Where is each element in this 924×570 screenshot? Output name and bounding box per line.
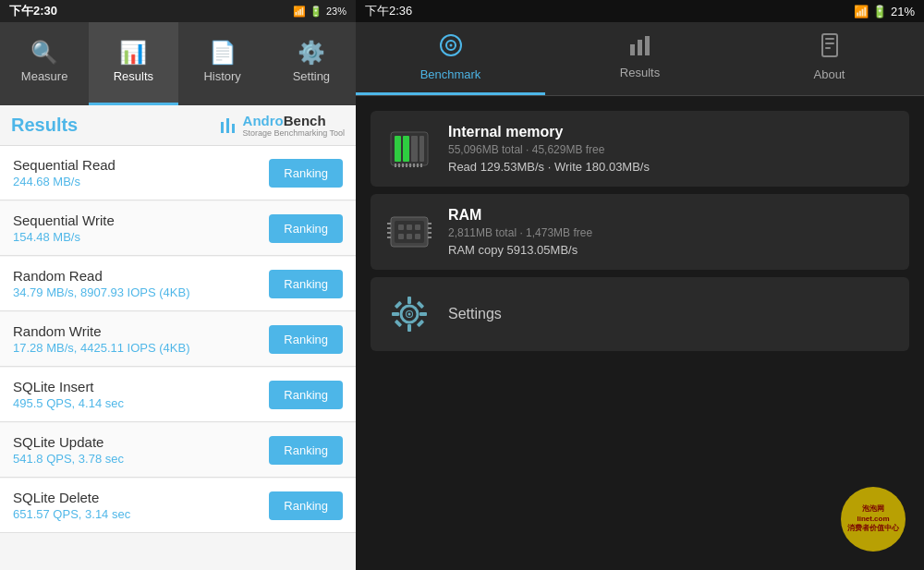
- svg-rect-14: [419, 136, 424, 162]
- svg-rect-36: [428, 227, 432, 229]
- tab-results-label-right: Results: [620, 66, 660, 79]
- wifi-icon-right: 📶: [854, 5, 869, 18]
- tab-measure-label: Measure: [21, 69, 68, 83]
- tab-benchmark-right[interactable]: Benchmark: [356, 22, 545, 95]
- benchmark-info-2: Random Read 34.79 MB/s, 8907.93 IOPS (4K…: [13, 268, 190, 299]
- tab-measure[interactable]: 🔍 Measure: [0, 22, 89, 105]
- svg-rect-34: [387, 236, 391, 238]
- svg-rect-44: [419, 312, 427, 316]
- internal-memory-details: Internal memory 55,096MB total · 45,629M…: [448, 124, 650, 174]
- left-panel: 下午2:30 📶 🔋 23% 🔍 Measure 📊 Results 📄 His…: [0, 0, 356, 570]
- tab-results-left[interactable]: 📊 Results: [89, 22, 177, 105]
- tab-about-right[interactable]: About: [735, 22, 924, 95]
- settings-label: Settings: [448, 306, 502, 322]
- time-right: 下午2:36: [365, 3, 412, 19]
- ranking-btn-1[interactable]: Ranking: [269, 214, 343, 243]
- svg-rect-26: [407, 224, 412, 230]
- tab-setting[interactable]: ⚙️ Setting: [267, 22, 356, 105]
- svg-point-50: [408, 313, 411, 316]
- ram-details: RAM 2,811MB total · 1,473MB free RAM cop…: [448, 207, 592, 257]
- svg-rect-47: [395, 320, 402, 327]
- svg-rect-46: [417, 301, 424, 309]
- svg-rect-4: [638, 40, 642, 55]
- tab-about-label: About: [814, 67, 845, 81]
- watermark: 泡泡网 linet.com 消费者价值中心: [841, 487, 906, 552]
- ranking-btn-3[interactable]: Ranking: [269, 325, 343, 354]
- tab-results-label-left: Results: [114, 69, 153, 83]
- measure-icon: 🔍: [30, 42, 58, 64]
- internal-memory-storage: 55,096MB total · 45,629MB free: [448, 143, 650, 156]
- battery-icon-right: 🔋: [872, 5, 887, 18]
- svg-rect-41: [407, 297, 411, 304]
- benchmark-info-1: Sequential Write 154.48 MB/s: [13, 212, 115, 244]
- svg-rect-24: [395, 221, 424, 243]
- svg-rect-6: [822, 34, 837, 56]
- benchmark-value-0: 244.68 MB/s: [13, 175, 116, 188]
- right-panel: 下午2:36 📶 🔋 21% Benchmark: [356, 0, 924, 570]
- watermark-text: 泡泡网 linet.com 消费者价值中心: [847, 504, 899, 533]
- svg-rect-5: [645, 36, 650, 55]
- svg-rect-32: [387, 227, 391, 229]
- ranking-btn-2[interactable]: Ranking: [269, 270, 343, 298]
- ranking-btn-5[interactable]: Ranking: [269, 436, 343, 465]
- benchmark-value-6: 651.57 QPS, 3.14 sec: [13, 507, 130, 521]
- benchmark-info-3: Random Write 17.28 MB/s, 4425.11 IOPS (4…: [13, 323, 190, 355]
- setting-icon: ⚙️: [298, 42, 325, 64]
- svg-rect-30: [415, 234, 420, 239]
- status-bar-right: 下午2:36 📶 🔋 21%: [356, 0, 924, 22]
- watermark-circle: 泡泡网 linet.com 消费者价值中心: [841, 487, 906, 552]
- status-bar-left: 下午2:30 📶 🔋 23%: [0, 0, 356, 22]
- ram-icon: [385, 208, 433, 256]
- androbench-logo: AndroBench Storage Benchmarking Tool: [221, 113, 345, 138]
- benchmark-name-2: Random Read: [13, 268, 190, 284]
- benchmark-value-3: 17.28 MB/s, 4425.11 IOPS (4KB): [13, 341, 190, 355]
- svg-rect-22: [420, 164, 422, 167]
- svg-rect-15: [395, 164, 396, 167]
- internal-memory-card[interactable]: Internal memory 55,096MB total · 45,629M…: [371, 111, 909, 187]
- tab-setting-label: Setting: [293, 69, 330, 83]
- settings-row[interactable]: Settings: [371, 277, 909, 351]
- wifi-icon: 📶: [293, 6, 306, 18]
- benchmark-name-6: SQLite Delete: [13, 490, 130, 505]
- history-icon: 📄: [209, 42, 237, 64]
- svg-rect-21: [417, 164, 419, 167]
- benchmark-info-0: Sequential Read 244.68 MB/s: [13, 157, 116, 188]
- benchmark-row-2: Random Read 34.79 MB/s, 8907.93 IOPS (4K…: [0, 257, 356, 311]
- svg-rect-25: [398, 224, 404, 230]
- ranking-btn-0[interactable]: Ranking: [269, 159, 343, 188]
- time-left: 下午2:30: [9, 3, 57, 19]
- ranking-btn-4[interactable]: Ranking: [269, 381, 343, 409]
- tab-results-right[interactable]: Results: [545, 22, 735, 95]
- svg-rect-37: [428, 232, 432, 234]
- svg-rect-48: [417, 320, 424, 327]
- results-icon-right: [628, 35, 652, 61]
- benchmark-list: Sequential Read 244.68 MB/s Ranking Sequ…: [0, 146, 356, 570]
- svg-rect-43: [392, 312, 399, 316]
- benchmark-row-5: SQLite Update 541.8 QPS, 3.78 sec Rankin…: [0, 423, 356, 478]
- svg-rect-42: [407, 324, 411, 332]
- svg-rect-18: [406, 164, 407, 167]
- svg-rect-8: [825, 42, 834, 44]
- benchmark-icon-right: [439, 33, 463, 63]
- svg-rect-3: [630, 44, 635, 55]
- svg-rect-16: [398, 164, 400, 167]
- benchmark-content: Internal memory 55,096MB total · 45,629M…: [356, 96, 924, 570]
- svg-rect-28: [398, 234, 404, 239]
- internal-memory-title: Internal memory: [448, 124, 650, 140]
- svg-rect-11: [395, 136, 401, 162]
- ram-title: RAM: [448, 207, 592, 224]
- benchmark-row-1: Sequential Write 154.48 MB/s Ranking: [0, 201, 356, 256]
- internal-memory-icon: [385, 125, 433, 173]
- battery-percent-right: 21%: [891, 5, 915, 18]
- ranking-btn-6[interactable]: Ranking: [269, 491, 343, 520]
- benchmark-value-2: 34.79 MB/s, 8907.93 IOPS (4KB): [13, 285, 190, 299]
- benchmark-name-1: Sequential Write: [13, 212, 115, 228]
- benchmark-info-5: SQLite Update 541.8 QPS, 3.78 sec: [13, 434, 124, 466]
- benchmark-name-3: Random Write: [13, 323, 190, 339]
- svg-rect-35: [428, 223, 432, 224]
- svg-point-2: [449, 44, 452, 47]
- ram-card[interactable]: RAM 2,811MB total · 1,473MB free RAM cop…: [371, 194, 909, 270]
- tab-history[interactable]: 📄 History: [178, 22, 267, 105]
- status-icons-left: 📶 🔋 23%: [293, 6, 346, 18]
- svg-rect-33: [387, 232, 391, 234]
